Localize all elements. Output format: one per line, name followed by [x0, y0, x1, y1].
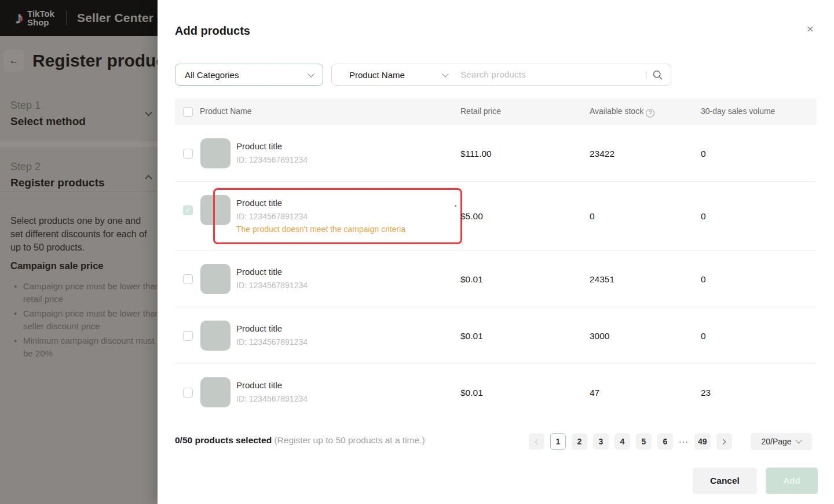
product-thumbnail [200, 138, 231, 168]
product-id: ID: 1234567891234 [236, 212, 405, 221]
product-thumbnail [200, 195, 231, 225]
available-stock: 23422 [590, 149, 614, 159]
selection-note: (Register up to 50 products at a time.) [274, 435, 425, 445]
chevron-down-icon [308, 71, 314, 77]
table-row[interactable]: Product title ID: 1234567891234 $0.01 24… [175, 251, 817, 307]
header-30day-sales: 30-day sales volume [701, 106, 775, 116]
per-page-select[interactable]: 20/Page [751, 433, 812, 450]
selection-summary: 0/50 products selected (Register up to 5… [175, 435, 425, 446]
pagination-ellipsis: ··· [679, 437, 689, 446]
available-stock: 24351 [590, 274, 614, 285]
sales-volume: 0 [701, 211, 706, 222]
add-button[interactable]: Add [766, 468, 818, 494]
modal-title: Add products [175, 24, 250, 38]
header-available-stock: Available stock? [590, 106, 654, 117]
sales-volume: 23 [701, 388, 711, 398]
campaign-criteria-warning: The product doesn't meet the campaign cr… [236, 225, 405, 234]
header-product-name: Product Name [200, 106, 251, 116]
selected-count: 0/50 products selected [175, 435, 272, 445]
page-button-2[interactable]: 2 [572, 433, 587, 450]
product-id: ID: 1234567891234 [236, 281, 308, 290]
page-button-3[interactable]: 3 [593, 433, 609, 450]
sales-volume: 0 [701, 331, 706, 341]
table-header: Product Name Retail price Available stoc… [175, 98, 817, 125]
category-select-value: All Categories [185, 70, 239, 80]
retail-price: $5.00 [460, 211, 483, 222]
table-row-highlighted[interactable]: ✓ Product title ID: 1234567891234 The pr… [175, 182, 817, 251]
page-button-5[interactable]: 5 [636, 433, 652, 450]
product-title: Product title [236, 267, 308, 277]
row-checkbox-checked[interactable]: ✓ [183, 205, 193, 215]
table-row[interactable]: Product title ID: 1234567891234 $0.01 30… [175, 307, 817, 364]
page-button-49[interactable]: 49 [694, 433, 711, 450]
product-thumbnail [200, 321, 231, 351]
search-input[interactable] [460, 69, 646, 80]
retail-price: $0.01 [460, 274, 483, 285]
page-button-6[interactable]: 6 [657, 433, 673, 450]
product-id: ID: 1234567891234 [236, 337, 308, 347]
product-title: Product title [236, 380, 308, 390]
sales-volume: 0 [701, 149, 706, 159]
header-retail-price: Retail price [460, 106, 501, 116]
cursor-dot [455, 205, 456, 207]
close-icon[interactable]: × [803, 22, 817, 36]
table-row[interactable]: Product title ID: 1234567891234 $0.01 47… [175, 364, 817, 421]
search-group: Product Name [331, 64, 671, 86]
category-select[interactable]: All Categories [175, 64, 323, 86]
row-checkbox[interactable] [183, 149, 193, 159]
cancel-button[interactable]: Cancel [693, 468, 757, 494]
available-stock: 0 [590, 211, 595, 222]
pagination: 1 2 3 4 5 6 ··· 49 20/Page [529, 433, 812, 450]
chevron-down-icon [795, 437, 802, 443]
retail-price: $111.00 [460, 149, 492, 159]
search-icon[interactable] [653, 70, 663, 80]
row-checkbox[interactable] [183, 274, 193, 284]
product-title: Product title [236, 198, 405, 208]
question-icon[interactable]: ? [646, 109, 654, 117]
prev-page-icon[interactable] [529, 433, 544, 450]
product-id: ID: 1234567891234 [236, 155, 308, 164]
page-button-1[interactable]: 1 [550, 433, 566, 450]
search-divider [646, 71, 647, 79]
product-title: Product title [236, 141, 308, 151]
chevron-down-icon[interactable] [442, 71, 448, 77]
product-thumbnail [200, 377, 231, 407]
retail-price: $0.01 [460, 331, 483, 341]
table-row[interactable]: Product title ID: 1234567891234 $111.00 … [175, 125, 817, 182]
next-page-icon[interactable] [716, 433, 732, 450]
retail-price: $0.01 [460, 388, 483, 398]
screen: ♪ TikTok Shop Seller Center ← Register p… [0, 0, 834, 504]
product-id: ID: 1234567891234 [236, 394, 308, 403]
select-all-checkbox[interactable] [183, 107, 193, 117]
per-page-value: 20/Page [761, 437, 791, 446]
add-products-modal: Add products × All Categories Product Na… [158, 0, 834, 504]
product-title: Product title [236, 323, 308, 333]
page-button-4[interactable]: 4 [614, 433, 630, 450]
sales-volume: 0 [701, 274, 706, 285]
available-stock: 47 [590, 388, 599, 398]
product-thumbnail [200, 264, 231, 294]
row-checkbox[interactable] [183, 331, 193, 341]
row-checkbox[interactable] [183, 388, 193, 398]
available-stock: 3000 [590, 331, 609, 341]
search-type-select[interactable]: Product Name [349, 70, 405, 80]
